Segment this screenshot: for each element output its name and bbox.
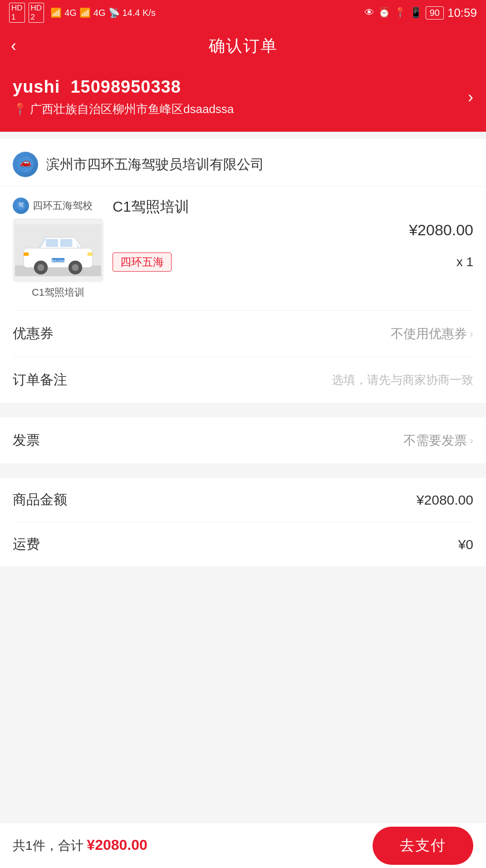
- status-left: HD1 HD2 📶 4G 📶 4G 📡 14.4 K/s: [9, 3, 156, 23]
- hd1-label: HD1: [9, 3, 25, 23]
- svg-rect-14: [24, 253, 29, 256]
- product-image-container: 驾 四环五海驾校: [13, 198, 103, 299]
- alarm-icon: ⏰: [378, 7, 390, 19]
- address-banner[interactable]: yushi 15098950338 📍 广西壮族自治区柳州市鱼峰区dsaadss…: [0, 66, 486, 132]
- invoice-value: 不需要发票 ›: [403, 432, 473, 449]
- address-info: yushi 15098950338 📍 广西壮族自治区柳州市鱼峰区dsaadss…: [13, 77, 468, 117]
- company-row: 🚗 滨州市四环五海驾驶员培训有限公司: [0, 139, 486, 187]
- address-name-phone: yushi 15098950338: [13, 77, 468, 97]
- company-card: 🚗 滨州市四环五海驾驶员培训有限公司 驾 四环五海驾校: [0, 139, 486, 403]
- signal1-icon: 📶: [50, 7, 62, 18]
- shipping-value: ¥0: [458, 537, 473, 552]
- car-svg: 粤A12345: [15, 221, 101, 280]
- svg-text:粤A12345: 粤A12345: [51, 259, 65, 263]
- school-logo-row: 驾 四环五海驾校: [13, 198, 103, 214]
- note-placeholder: 选填，请先与商家协商一致: [332, 372, 473, 388]
- coupon-row[interactable]: 优惠券 不使用优惠券 ›: [0, 311, 486, 357]
- product-title: C1驾照培训: [113, 198, 473, 217]
- svg-rect-6: [24, 248, 93, 268]
- svg-rect-7: [46, 239, 58, 247]
- eye-icon: 👁: [364, 7, 374, 19]
- svg-rect-13: [88, 253, 93, 256]
- 4g-label1: 4G: [64, 8, 77, 18]
- product-tag-badge: 四环五海: [113, 253, 172, 272]
- hd2-label: HD2: [29, 3, 44, 23]
- speed-label: 14.4 K/s: [123, 8, 156, 18]
- time-display: 10:59: [447, 6, 477, 20]
- section-divider1: [0, 403, 486, 410]
- school-name-small: 四环五海驾校: [33, 199, 93, 213]
- battery-icon: 90: [426, 6, 444, 20]
- signal2-icon: 📶: [79, 7, 91, 18]
- section-divider2: [0, 463, 486, 471]
- company-name: 滨州市四环五海驾驶员培训有限公司: [46, 155, 264, 174]
- coupon-value: 不使用优惠券 ›: [391, 325, 473, 342]
- bottom-footer: 共1件，合计 ¥2080.00 去支付: [0, 823, 486, 868]
- pay-button[interactable]: 去支付: [373, 827, 473, 865]
- product-amount-label: 商品金额: [13, 491, 67, 509]
- svg-rect-8: [60, 239, 73, 247]
- product-image-label: C1驾照培训: [32, 286, 84, 299]
- status-right: 👁 ⏰ 📍 📱 90 10:59: [364, 6, 477, 20]
- summary-card: 商品金额 ¥2080.00 运费 ¥0: [0, 478, 486, 566]
- address-text: 广西壮族自治区柳州市鱼峰区dsaadssa: [30, 101, 234, 117]
- address-detail: 📍 广西壮族自治区柳州市鱼峰区dsaadssa: [13, 101, 468, 117]
- note-label: 订单备注: [13, 371, 67, 389]
- bottom-spacer: [0, 703, 486, 757]
- invoice-label: 发票: [13, 431, 40, 450]
- note-row[interactable]: 订单备注 选填，请先与商家协商一致: [0, 357, 486, 403]
- invoice-row[interactable]: 发票 不需要发票 ›: [0, 417, 486, 463]
- product-price: ¥2080.00: [409, 221, 473, 239]
- user-name: yushi: [13, 77, 60, 96]
- coupon-label: 优惠券: [13, 324, 54, 343]
- product-amount-value: ¥2080.00: [417, 492, 473, 508]
- user-phone: 15098950338: [70, 77, 181, 96]
- footer-total-prefix: 共1件，合计: [13, 838, 83, 853]
- product-amount-row: 商品金额 ¥2080.00: [0, 478, 486, 522]
- gray-area: [0, 566, 486, 703]
- footer-total-text: 共1件，合计 ¥2080.00: [13, 837, 147, 854]
- 4g-label2: 4G: [93, 8, 106, 18]
- back-button[interactable]: ‹: [11, 36, 16, 55]
- status-bar: HD1 HD2 📶 4G 📶 4G 📡 14.4 K/s 👁 ⏰ 📍 📱 90 …: [0, 0, 486, 25]
- address-chevron-icon[interactable]: ›: [468, 88, 473, 107]
- product-qty-row: 四环五海 x 1: [113, 253, 473, 272]
- shipping-label: 运费: [13, 535, 40, 554]
- svg-point-10: [37, 264, 44, 271]
- product-image: 粤A12345: [13, 218, 103, 282]
- phone-icon: 📱: [410, 7, 422, 19]
- school-logo-small: 驾: [13, 198, 29, 214]
- wifi-icon: 📡: [108, 7, 120, 18]
- company-logo: 🚗: [13, 152, 38, 177]
- location-icon: 📍: [394, 7, 406, 19]
- location-pin-icon: 📍: [13, 102, 27, 116]
- svg-text:🚗: 🚗: [20, 157, 31, 168]
- coupon-chevron-icon: ›: [470, 327, 473, 340]
- page-header: ‹ 确认订单: [0, 25, 486, 66]
- footer-total-amount: ¥2080.00: [87, 837, 147, 853]
- invoice-chevron-icon: ›: [470, 434, 473, 447]
- shipping-row: 运费 ¥0: [0, 522, 486, 566]
- svg-point-12: [72, 264, 79, 271]
- page-title: 确认订单: [209, 35, 278, 57]
- product-quantity: x 1: [457, 255, 473, 269]
- invoice-card: 发票 不需要发票 ›: [0, 417, 486, 463]
- svg-text:驾: 驾: [18, 202, 24, 208]
- product-details: C1驾照培训 ¥2080.00 四环五海 x 1: [113, 198, 473, 272]
- product-row: 驾 四环五海驾校: [0, 187, 486, 310]
